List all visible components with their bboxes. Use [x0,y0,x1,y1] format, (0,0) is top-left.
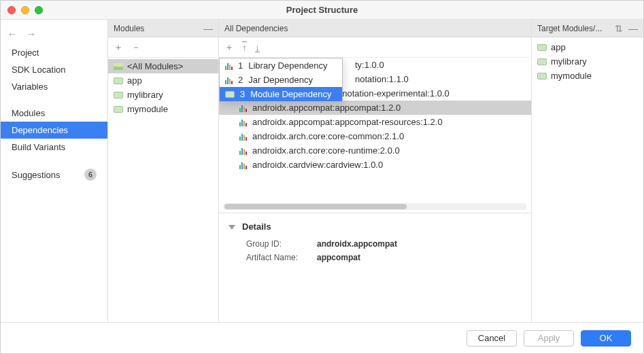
project-structure-dialog: Project Structure ← → Project SDK Locati… [0,0,644,354]
popup-item-label: Jar Dependency [248,75,313,85]
module-label: app [127,75,142,86]
modules-toolbar: ＋ － [108,37,218,58]
library-icon [239,104,247,112]
minimize-panel-icon[interactable]: — [628,23,638,34]
folder-icon [537,44,547,51]
zoom-window-button[interactable] [35,6,43,14]
button-label: Cancel [478,333,505,343]
folder-icon [114,77,123,84]
sidebar-item-label: Build Variants [12,142,65,152]
dependency-row[interactable]: androidx.cardview:cardview:1.0.0 [219,158,531,172]
library-icon [225,62,233,70]
add-dependency-icon[interactable]: ＋ [224,41,234,54]
sidebar-item-project[interactable]: Project [1,44,107,61]
popup-item-label: Module Dependency [250,89,331,99]
dependency-row[interactable]: androidx.arch.core:core-common:2.1.0 [219,129,531,143]
minimize-panel-icon[interactable]: — [203,23,213,34]
module-icon [114,63,123,70]
folder-icon [537,58,547,65]
arrow-underline-down-icon[interactable]: ↓ [255,42,260,53]
sidebar-item-label: Modules [12,108,45,118]
popup-item-module-dependency[interactable]: 3 Module Dependency [220,87,342,101]
remove-module-icon[interactable]: － [131,41,141,54]
back-arrow-icon[interactable]: ← [7,29,17,39]
window-title: Project Structure [286,5,358,15]
target-module-app[interactable]: app [532,40,643,54]
module-app[interactable]: app [108,73,218,88]
sidebar-item-label: Variables [12,82,48,92]
close-window-button[interactable] [7,6,16,14]
detail-row-artifact: Artifact Name: appcompat [246,251,522,264]
popup-item-number: 2 [238,75,243,85]
apply-button[interactable]: Apply [524,330,574,347]
minimize-window-button[interactable] [21,6,29,14]
add-dependency-popup: 1 Library Dependency 2 Jar Dependency 3 … [219,58,343,102]
dependency-label: androidx.cardview:cardview:1.0.0 [252,160,383,170]
sidebar-item-build-variants[interactable]: Build Variants [1,139,107,156]
sidebar-item-suggestions[interactable]: Suggestions 6 [1,165,107,184]
dependencies-list[interactable]: ty:1.0.0 notation:1.1.0 androidx.annotat… [219,58,531,200]
library-icon [225,76,233,84]
library-icon [239,161,247,169]
horizontal-scrollbar[interactable] [223,203,527,210]
folder-icon [114,92,123,99]
module-mylibrary[interactable]: mylibrary [108,88,218,102]
scrollbar-thumb[interactable] [224,204,407,209]
module-all[interactable]: <All Modules> [108,59,218,73]
modules-list: <All Modules> app mylibrary mymodule [108,58,218,116]
popup-item-jar-dependency[interactable]: 2 Jar Dependency [220,73,342,87]
titlebar: Project Structure [1,1,643,20]
target-label: app [551,42,566,52]
sidebar-item-sdk-location[interactable]: SDK Location [1,61,107,78]
library-icon [239,147,247,155]
details-heading: Details [242,222,271,232]
detail-value: appcompat [317,253,360,262]
sidebar-item-label: Project [12,48,39,58]
sidebar-item-label: Suggestions [12,170,61,180]
dependencies-toolbar: ＋ ↑ ↓ [219,37,531,58]
button-label: Apply [538,333,560,343]
sidebar-item-dependencies[interactable]: Dependencies [1,122,107,139]
target-modules-panel: Target Modules/... ⇅ — app mylibrary mym… [531,20,643,322]
popup-item-number: 3 [240,89,245,99]
module-label: <All Modules> [127,61,183,71]
detail-row-group-id: Group ID: androidx.appcompat [246,237,522,251]
target-module-mylibrary[interactable]: mylibrary [532,54,643,69]
window-controls [7,6,43,14]
sidebar-item-modules[interactable]: Modules [1,105,107,122]
details-section: Details Group ID: androidx.appcompat Art… [219,213,531,322]
folder-icon [225,91,235,98]
dependency-label: androidx.appcompat:appcompat:1.2.0 [252,103,401,113]
ok-button[interactable]: OK [581,330,631,347]
sidebar-item-variables[interactable]: Variables [1,78,107,95]
detail-label: Group ID: [246,239,307,249]
popup-item-library-dependency[interactable]: 1 Library Dependency [220,58,342,73]
module-label: mylibrary [127,90,163,100]
dependency-row[interactable]: androidx.appcompat:appcompat-resources:1… [219,115,531,129]
targets-list: app mylibrary mymodule [532,37,643,83]
target-module-mymodule[interactable]: mymodule [532,69,643,83]
dialog-footer: Cancel Apply OK [1,322,643,353]
disclosure-triangle-icon[interactable] [228,225,235,230]
nav-arrows: ← → [1,24,107,44]
dependency-row[interactable]: androidx.arch.core:core-runtime:2.0.0 [219,143,531,158]
modules-panel-header: Modules — [108,20,218,37]
forward-arrow-icon[interactable]: → [27,29,36,39]
library-icon [239,132,247,141]
detail-label: Artifact Name: [246,253,307,262]
arrow-underline-up-icon[interactable]: ↑ [242,42,247,53]
target-label: mymodule [551,71,592,81]
dependency-row[interactable]: androidx.appcompat:appcompat:1.2.0 [219,101,531,115]
cancel-button[interactable]: Cancel [467,330,517,347]
targets-panel-header: Target Modules/... ⇅ — [532,20,643,37]
modules-panel: Modules — ＋ － <All Modules> app mylibrar… [108,20,219,322]
add-module-icon[interactable]: ＋ [114,41,123,54]
popup-item-label: Library Dependency [248,60,327,71]
panel-title: Target Modules/... [537,24,602,33]
dependencies-panel: All Dependencies ＋ ↑ ↓ ty:1.0.0 notation… [219,20,531,322]
settings-icon[interactable]: ⇅ [615,23,623,34]
sidebar: ← → Project SDK Location Variables Modul… [1,20,108,322]
popup-item-number: 1 [238,60,243,71]
module-mymodule[interactable]: mymodule [108,102,218,116]
dependency-label: androidx.arch.core:core-runtime:2.0.0 [252,145,400,156]
